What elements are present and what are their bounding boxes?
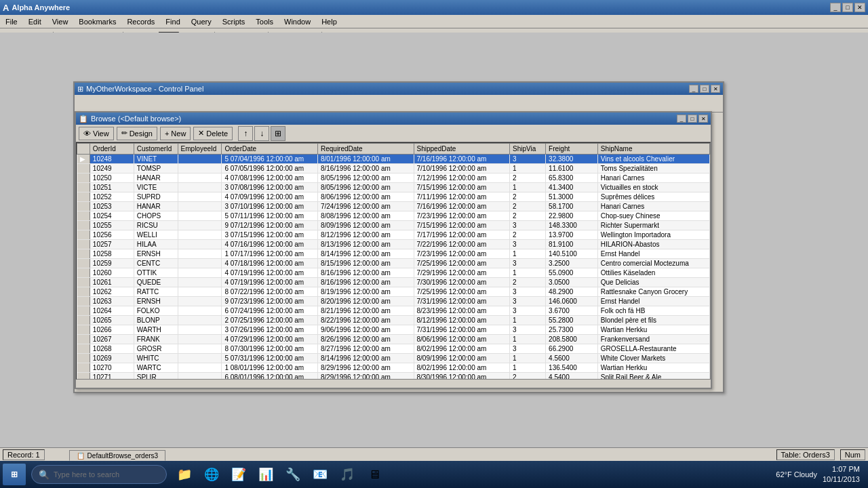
header-customerid[interactable]: CustomerId xyxy=(134,144,178,155)
table-row[interactable]: 10265BLONP2 07/25/1996 12:00:00 am8/22/1… xyxy=(77,316,710,325)
table-cell: 10257 xyxy=(90,240,134,249)
table-cell: Ernst Handel xyxy=(597,297,709,306)
table-cell: 51.3000 xyxy=(546,192,598,202)
menu-records[interactable]: Records xyxy=(121,16,160,27)
browse-maximize-btn[interactable]: □ xyxy=(688,115,697,123)
taskbar-app-file-explorer[interactable]: 📁 xyxy=(172,462,197,487)
table-cell: 7/12/1996 12:00:00 am xyxy=(414,174,510,183)
taskbar-app-spreadsheet[interactable]: 📊 xyxy=(254,462,278,487)
table-row[interactable]: 10257HILAA4 07/16/1996 12:00:00 am8/13/1… xyxy=(77,240,710,249)
header-shipname[interactable]: ShipName xyxy=(597,144,709,155)
browse-new-btn[interactable]: + New xyxy=(160,127,191,140)
table-row[interactable]: 10262RATTC8 07/22/1996 12:00:00 am8/19/1… xyxy=(77,287,710,297)
header-employeeid[interactable]: EmployeeId xyxy=(178,144,222,155)
table-cell: 8/12/1996 12:00:00 am xyxy=(317,230,414,240)
table-cell: 10268 xyxy=(90,344,134,354)
table-row[interactable]: 10256WELLI3 07/15/1996 12:00:00 am8/12/1… xyxy=(77,230,710,240)
table-cell: 4.5400 xyxy=(546,373,598,380)
app-maximize-btn[interactable]: □ xyxy=(842,3,853,12)
browse-view-btn[interactable]: 👁 View xyxy=(79,127,114,140)
control-panel-minimize-btn[interactable]: _ xyxy=(689,85,698,93)
status-table: Table: Orders3 xyxy=(776,449,835,460)
control-panel-maximize-btn[interactable]: □ xyxy=(700,85,709,93)
header-shippeddate[interactable]: ShippedDate xyxy=(414,144,510,155)
control-panel-close-btn[interactable]: ✕ xyxy=(711,85,720,93)
table-row[interactable]: 10258ERNSH1 07/17/1996 12:00:00 am8/14/1… xyxy=(77,249,710,259)
table-row[interactable]: 10263ERNSH9 07/23/1996 12:00:00 am8/20/1… xyxy=(77,297,710,306)
table-cell: WARTH xyxy=(134,325,178,335)
menu-view[interactable]: View xyxy=(47,16,74,27)
table-cell: Victuailles en stock xyxy=(597,183,709,192)
browse-sort-asc-btn[interactable]: ↑ xyxy=(238,126,253,141)
menu-scripts[interactable]: Scripts xyxy=(217,16,251,27)
table-cell: 3 xyxy=(510,287,546,297)
app-minimize-btn[interactable]: _ xyxy=(830,3,841,12)
table-row[interactable]: 10254CHOPS5 07/11/1996 12:00:00 am8/08/1… xyxy=(77,211,710,221)
app-close-btn[interactable]: ✕ xyxy=(854,3,865,12)
header-freight[interactable]: Freight xyxy=(546,144,598,155)
taskbar-app-media[interactable]: 🎵 xyxy=(335,462,359,487)
table-row[interactable]: 10255RICSU9 07/12/1996 12:00:00 am8/09/1… xyxy=(77,221,710,230)
taskbar-search-input[interactable] xyxy=(54,470,149,479)
table-row[interactable]: 10259CENTC4 07/18/1996 12:00:00 am8/15/1… xyxy=(77,259,710,268)
menu-bookmarks[interactable]: Bookmarks xyxy=(73,16,121,27)
taskbar-app-notepad[interactable]: 📝 xyxy=(226,462,251,487)
browse-minimize-btn[interactable]: _ xyxy=(677,115,686,123)
table-cell xyxy=(178,278,222,287)
menu-query[interactable]: Query xyxy=(186,16,217,27)
taskbar-app-browser[interactable]: 🌐 xyxy=(199,462,224,487)
menu-find[interactable]: Find xyxy=(160,16,185,27)
menu-help[interactable]: Help xyxy=(316,16,342,27)
table-cell: 4 07/16/1996 12:00:00 am xyxy=(222,240,318,249)
table-cell: 3 xyxy=(510,259,546,268)
taskbar-app-settings[interactable]: 🔧 xyxy=(281,462,305,487)
table-cell: Blondel père et fils xyxy=(597,316,709,325)
start-button[interactable]: ⊞ xyxy=(3,464,26,485)
row-indicator-cell xyxy=(77,183,90,192)
table-row[interactable]: 10252SUPRD4 07/09/1996 12:00:00 am8/06/1… xyxy=(77,192,710,202)
header-shipvia[interactable]: ShipVia xyxy=(510,144,546,155)
header-indicator xyxy=(77,144,90,155)
header-orderid[interactable]: OrderId xyxy=(90,144,134,155)
status-record: Record: 1 xyxy=(3,449,45,460)
browse-sort-desc-btn[interactable]: ↓ xyxy=(254,126,269,141)
menu-edit[interactable]: Edit xyxy=(23,16,47,27)
taskbar-app-terminal[interactable]: 🖥 xyxy=(362,462,387,487)
table-row[interactable]: 10251VICTE3 07/08/1996 12:00:00 am8/05/1… xyxy=(77,183,710,192)
table-row[interactable]: 10249TOMSP6 07/05/1996 12:00:00 am8/16/1… xyxy=(77,164,710,174)
browse-close-btn[interactable]: ✕ xyxy=(698,115,708,123)
taskbar-search-box[interactable]: 🔍 xyxy=(31,465,167,484)
tab-default-browse[interactable]: 📋 DefaultBrowse_orders3 xyxy=(69,450,166,461)
browse-grid-btn[interactable]: ⊞ xyxy=(271,126,285,141)
table-cell: 8/26/1996 12:00:00 am xyxy=(317,335,414,344)
taskbar-datetime: 1:07 PM 10/11/2013 xyxy=(823,464,860,485)
menu-tools[interactable]: Tools xyxy=(250,16,279,27)
table-row[interactable]: 10266WARTH3 07/26/1996 12:00:00 am9/06/1… xyxy=(77,325,710,335)
table-row[interactable]: 10267FRANK4 07/29/1996 12:00:00 am8/26/1… xyxy=(77,335,710,344)
table-row[interactable]: 10264FOLKO6 07/24/1996 12:00:00 am8/21/1… xyxy=(77,306,710,316)
menu-file[interactable]: File xyxy=(0,16,23,27)
table-cell: Wellington Importadora xyxy=(597,230,709,240)
table-row[interactable]: 10260OTTIK4 07/19/1996 12:00:00 am8/16/1… xyxy=(77,268,710,278)
browse-delete-btn[interactable]: ✕ Delete xyxy=(193,127,233,140)
taskbar-app-mail[interactable]: 📧 xyxy=(308,462,332,487)
row-indicator-cell xyxy=(77,174,90,183)
table-row[interactable]: 10270WARTC1 08/01/1996 12:00:00 am8/29/1… xyxy=(77,363,710,373)
table-row[interactable]: 10253HANAR3 07/10/1996 12:00:00 am7/24/1… xyxy=(77,202,710,211)
table-cell: 8/20/1996 12:00:00 am xyxy=(317,297,414,306)
app-window-controls: _ □ ✕ xyxy=(830,3,865,12)
table-row[interactable]: 10269WHITC5 07/31/1996 12:00:00 am8/14/1… xyxy=(77,354,710,363)
header-requireddate[interactable]: RequiredDate xyxy=(317,144,414,155)
table-row[interactable]: 10250HANAR4 07/08/1996 12:00:00 am8/05/1… xyxy=(77,174,710,183)
table-row[interactable]: 10268GROSR8 07/30/1996 12:00:00 am8/27/1… xyxy=(77,344,710,354)
status-num: Num xyxy=(840,449,865,460)
table-row[interactable]: 10271SPLIR6 08/01/1996 12:00:00 am8/29/1… xyxy=(77,373,710,380)
header-orderdate[interactable]: OrderDate xyxy=(222,144,318,155)
browse-design-btn[interactable]: ✏ Design xyxy=(117,127,157,140)
table-row[interactable]: ▶10248VINET5 07/04/1996 12:00:00 am8/01/… xyxy=(77,155,710,164)
table-cell: 8/14/1996 12:00:00 am xyxy=(317,354,414,363)
menu-window[interactable]: Window xyxy=(279,16,316,27)
table-row[interactable]: 10261QUEDE4 07/19/1996 12:00:00 am8/16/1… xyxy=(77,278,710,287)
table-cell: 8/22/1996 12:00:00 am xyxy=(317,316,414,325)
data-table-container[interactable]: OrderId CustomerId EmployeeId OrderDate … xyxy=(76,142,711,380)
